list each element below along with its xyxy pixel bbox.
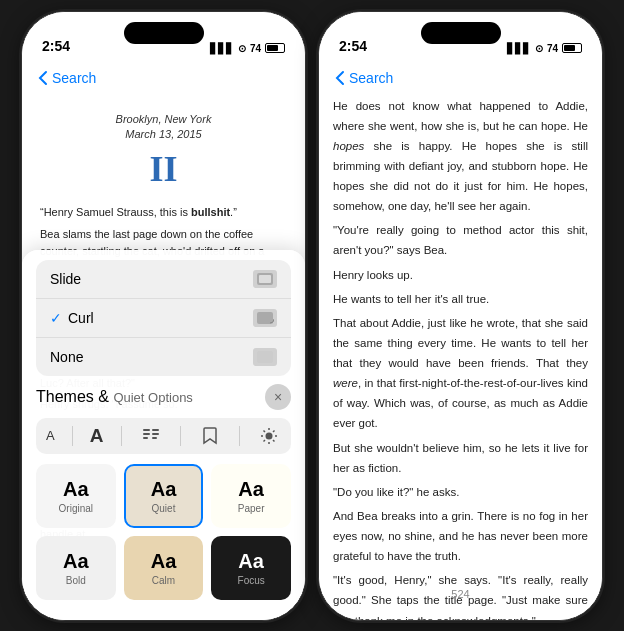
right-phone-screen: 2:54 ▋▋▋ ⊙ 74 Search (319, 12, 602, 620)
none-preview-icon (256, 350, 274, 364)
bookmark-svg-icon (203, 427, 217, 445)
svg-rect-3 (257, 351, 273, 363)
scroll-curl-icon (253, 309, 277, 327)
font-size-large-label: A (90, 425, 104, 447)
theme-bold[interactable]: Aa Bold (36, 536, 116, 600)
theme-calm-name: Calm (152, 575, 175, 586)
bottom-panel: Slide ✓ Curl (22, 250, 305, 620)
theme-quiet-aa: Aa (151, 478, 177, 501)
right-signal-icon: ▋▋▋ (507, 43, 531, 54)
right-phone: 2:54 ▋▋▋ ⊙ 74 Search (318, 11, 603, 621)
scroll-slide-icon (253, 270, 277, 288)
wifi-icon: ⊙ (238, 43, 246, 54)
right-battery-level: 74 (547, 43, 558, 54)
svg-rect-4 (143, 429, 150, 431)
bookmark-icon[interactable] (198, 424, 222, 448)
signal-icon: ▋▋▋ (210, 43, 234, 54)
right-status-time: 2:54 (339, 38, 367, 54)
theme-calm[interactable]: Aa Calm (124, 536, 204, 600)
font-size-small-label: A (46, 428, 55, 443)
theme-quiet-name: Quiet (152, 503, 176, 514)
themes-label-text: Themes & (36, 388, 109, 405)
separator-2 (121, 426, 122, 446)
right-para-7: "Do you like it?" he asks. (333, 482, 588, 502)
dynamic-island (124, 22, 204, 44)
right-book-content: He does not know what happened to Addie,… (319, 96, 602, 620)
battery-icon (265, 43, 285, 53)
right-status-icons: ▋▋▋ ⊙ 74 (507, 43, 582, 54)
theme-focus[interactable]: Aa Focus (211, 536, 291, 600)
svg-rect-7 (152, 429, 159, 431)
separator-4 (239, 426, 240, 446)
book-header: Brooklyn, New YorkMarch 13, 2015 II (22, 96, 305, 205)
font-controls: A A (36, 418, 291, 454)
left-nav-bar: Search (22, 60, 305, 96)
right-para-5: That about Addie, just like he wrote, th… (333, 313, 588, 434)
right-para-3: Henry looks up. (333, 265, 588, 285)
brightness-svg-icon (260, 427, 278, 445)
scroll-slide-label: Slide (50, 271, 253, 287)
left-status-icons: ▋▋▋ ⊙ 74 (210, 43, 285, 54)
right-chevron-left-icon (335, 70, 345, 86)
close-button[interactable]: × (265, 384, 291, 410)
theme-calm-aa: Aa (151, 550, 177, 573)
svg-rect-6 (143, 437, 148, 439)
right-wifi-icon: ⊙ (535, 43, 543, 54)
theme-quiet[interactable]: Aa Quiet (124, 464, 204, 528)
check-icon: ✓ (50, 310, 62, 326)
book-para-1: “Henry Samuel Strauss, this is bullshit.… (40, 204, 287, 222)
left-back-label: Search (52, 70, 96, 86)
left-phone: 2:54 ▋▋▋ ⊙ 74 Search (21, 11, 306, 621)
scroll-option-none[interactable]: None (36, 338, 291, 376)
text-columns-icon (142, 427, 160, 445)
right-para-8: And Bea breaks into a grin. There is no … (333, 506, 588, 566)
svg-rect-8 (152, 433, 159, 435)
svg-line-15 (263, 430, 265, 432)
brightness-icon[interactable] (257, 424, 281, 448)
battery-level: 74 (250, 43, 261, 54)
theme-paper-name: Paper (238, 503, 265, 514)
theme-original-aa: Aa (63, 478, 89, 501)
scroll-options: Slide ✓ Curl (36, 260, 291, 376)
curl-preview-icon (256, 311, 274, 325)
scroll-curl-label: Curl (68, 310, 253, 326)
svg-line-18 (263, 440, 265, 442)
svg-rect-2 (257, 312, 273, 324)
left-phone-screen: 2:54 ▋▋▋ ⊙ 74 Search (22, 12, 305, 620)
page-number: 524 (319, 588, 602, 600)
theme-paper-aa: Aa (238, 478, 264, 501)
theme-focus-aa: Aa (238, 550, 264, 573)
scroll-option-curl[interactable]: ✓ Curl (36, 299, 291, 338)
right-para-1: He does not know what happened to Addie,… (333, 96, 588, 217)
svg-rect-1 (259, 275, 271, 283)
right-para-6: But she wouldn't believe him, so he lets… (333, 438, 588, 478)
right-dynamic-island (421, 22, 501, 44)
right-nav-bar: Search (319, 60, 602, 96)
right-back-button[interactable]: Search (335, 70, 393, 86)
theme-grid: Aa Original Aa Quiet Aa Paper Aa (36, 464, 291, 600)
themes-label: Themes & Quiet Options (36, 388, 193, 406)
theme-paper[interactable]: Aa Paper (211, 464, 291, 528)
scroll-none-label: None (50, 349, 253, 365)
chapter-number: II (42, 148, 285, 190)
left-back-button[interactable]: Search (38, 70, 96, 86)
svg-line-17 (273, 430, 275, 432)
themes-row: Themes & Quiet Options × (36, 384, 291, 410)
right-para-2: "You're really going to method actor thi… (333, 220, 588, 260)
right-battery-icon (562, 43, 582, 53)
theme-focus-name: Focus (238, 575, 265, 586)
book-location: Brooklyn, New YorkMarch 13, 2015 (42, 112, 285, 143)
left-book-content: Brooklyn, New YorkMarch 13, 2015 II “Hen… (22, 96, 305, 620)
right-book-text: He does not know what happened to Addie,… (333, 96, 588, 620)
slide-preview-icon (256, 272, 274, 286)
chevron-left-icon (38, 70, 48, 86)
quiet-options-text: Quiet Options (113, 390, 193, 405)
theme-original[interactable]: Aa Original (36, 464, 116, 528)
font-type-icon[interactable] (139, 424, 163, 448)
theme-bold-name: Bold (66, 575, 86, 586)
theme-bold-aa: Aa (63, 550, 89, 573)
svg-line-16 (273, 440, 275, 442)
svg-point-10 (265, 432, 272, 439)
scroll-option-slide[interactable]: Slide (36, 260, 291, 299)
phones-container: 2:54 ▋▋▋ ⊙ 74 Search (21, 11, 603, 621)
